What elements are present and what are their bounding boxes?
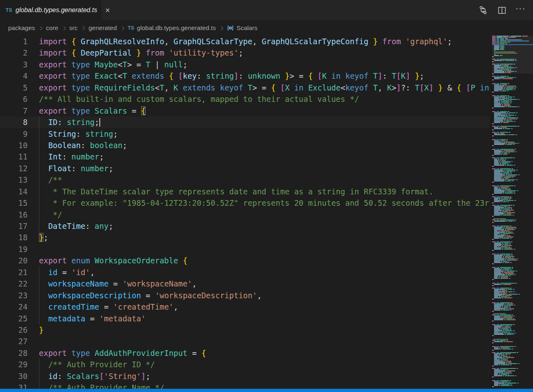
breadcrumb-item-generated[interactable]: generated — [88, 24, 117, 32]
code-line[interactable]: 23 workspaceDescription = 'workspaceDesc… — [0, 290, 489, 301]
code-text: ID: string; — [39, 116, 100, 128]
line-number[interactable]: 24 — [0, 301, 28, 312]
code-line[interactable]: 7export type Scalars = { — [0, 105, 489, 116]
line-number[interactable]: 16 — [0, 209, 28, 220]
line-number[interactable]: 22 — [0, 278, 28, 289]
code-token: createdTime — [48, 302, 99, 311]
code-editor[interactable]: 1import { GraphQLResolveInfo, GraphQLSca… — [0, 36, 489, 389]
line-number[interactable]: 21 — [0, 267, 28, 278]
line-number[interactable]: 27 — [0, 336, 28, 347]
code-line[interactable]: 21 id = 'id', — [0, 267, 489, 278]
code-line[interactable]: 1import { GraphQLResolveInfo, GraphQLSca… — [0, 36, 489, 47]
tab-title: global.db.types.generated.ts — [15, 6, 97, 14]
code-token: & — [443, 83, 457, 92]
code-line[interactable]: 25 metadata = 'metadata' — [0, 313, 489, 324]
code-line[interactable]: 22 workspaceName = 'workspaceName', — [0, 278, 489, 289]
split-editor-icon[interactable] — [496, 4, 508, 16]
code-token: : — [239, 71, 248, 80]
compare-changes-icon[interactable] — [477, 4, 489, 16]
tab-global-db-types[interactable]: TS global.db.types.generated.ts × — [0, 0, 101, 20]
code-token: GraphQLResolveInfo — [81, 37, 164, 46]
code-line[interactable]: 28export type AddAuthProviderInput = { — [0, 347, 489, 359]
code-line[interactable]: 6/** All built-in and custom scalars, ma… — [0, 93, 489, 105]
line-number[interactable]: 1 — [0, 36, 28, 47]
line-number[interactable]: 30 — [0, 370, 28, 382]
code-line[interactable]: 13 /** — [0, 174, 489, 185]
line-number[interactable]: 13 — [0, 174, 28, 185]
line-number[interactable]: 9 — [0, 128, 28, 140]
code-line[interactable]: 24 createdTime = 'createdTime', — [0, 301, 489, 312]
breadcrumb-item-core[interactable]: core — [46, 24, 58, 32]
line-number[interactable]: 20 — [0, 255, 28, 266]
code-token: metadata — [48, 314, 86, 323]
code-line[interactable]: 18}; — [0, 232, 489, 243]
line-number[interactable]: 15 — [0, 197, 28, 209]
breadcrumb-item-file[interactable]: TSglobal.db.types.generated.ts — [128, 24, 216, 32]
code-token: boolean — [90, 141, 123, 150]
code-token: , — [378, 83, 387, 92]
line-number[interactable]: 14 — [0, 186, 28, 197]
line-number[interactable]: 12 — [0, 163, 28, 174]
code-line[interactable]: 17 DateTime: any; — [0, 220, 489, 232]
line-number[interactable]: 17 — [0, 220, 28, 232]
code-line[interactable]: 3export type Maybe<T> = T | null; — [0, 59, 489, 70]
code-line[interactable]: 12 Float: number; — [0, 163, 489, 174]
code-line[interactable]: 2import { DeepPartial } from 'utility-ty… — [0, 47, 489, 58]
line-number[interactable]: 2 — [0, 47, 28, 58]
code-token: = — [58, 268, 71, 277]
line-number[interactable]: 5 — [0, 82, 28, 93]
code-line[interactable]: 9 String: string; — [0, 128, 489, 140]
code-token: < — [118, 60, 122, 69]
line-number[interactable]: 4 — [0, 70, 28, 82]
line-number[interactable]: 31 — [0, 382, 28, 389]
line-number[interactable]: 3 — [0, 59, 28, 70]
more-actions-icon[interactable]: ··· — [514, 4, 527, 16]
line-number[interactable]: 26 — [0, 324, 28, 336]
code-line[interactable]: 10 Boolean: boolean; — [0, 140, 489, 151]
code-line[interactable]: 27 — [0, 336, 489, 347]
line-number[interactable]: 6 — [0, 93, 28, 105]
code-text: * For example: "1985-04-12T23:20:50.52Z"… — [39, 197, 489, 209]
code-token: : — [62, 152, 71, 161]
line-number[interactable]: 25 — [0, 313, 28, 324]
line-number[interactable]: 23 — [0, 290, 28, 301]
code-token: T — [415, 83, 419, 92]
code-token: type — [71, 60, 95, 69]
line-number[interactable]: 18 — [0, 232, 28, 243]
code-token: T — [123, 71, 127, 80]
code-line[interactable]: 11 Int: number; — [0, 151, 489, 162]
code-line[interactable]: 30 id: Scalars['String']; — [0, 370, 489, 382]
code-token: : — [71, 164, 81, 173]
line-number[interactable]: 7 — [0, 105, 28, 116]
code-token: = — [127, 106, 141, 115]
code-line[interactable]: 16 */ — [0, 209, 489, 220]
line-number[interactable]: 10 — [0, 140, 28, 151]
code-line[interactable]: 5export type RequireFields<T, K extends … — [0, 82, 489, 93]
code-line[interactable]: 4export type Exact<T extends { [key: str… — [0, 70, 489, 82]
code-line[interactable]: 29 /** Auth Provider ID */ — [0, 359, 489, 370]
code-line[interactable]: 19 — [0, 243, 489, 255]
line-number[interactable]: 8 — [0, 116, 28, 128]
code-text: metadata = 'metadata' — [39, 313, 146, 324]
chevron-right-icon — [219, 26, 224, 30]
code-text: /** — [39, 174, 62, 185]
code-line[interactable]: 20export enum WorkspaceOrderable { — [0, 255, 489, 266]
line-number[interactable]: 28 — [0, 347, 28, 359]
code-line[interactable]: 26} — [0, 324, 489, 336]
code-line[interactable]: 8 ID: string; — [0, 116, 489, 128]
code-token: T — [392, 71, 396, 80]
line-number[interactable]: 11 — [0, 151, 28, 162]
indent-guide — [39, 197, 39, 209]
line-number[interactable]: 19 — [0, 243, 28, 255]
close-icon[interactable]: × — [103, 5, 112, 15]
code-token: = — [141, 291, 155, 300]
breadcrumb-item-symbol[interactable]: Scalars — [227, 24, 258, 32]
code-line[interactable]: 31 /** Auth Provider Name */ — [0, 382, 489, 389]
breadcrumb-item-packages[interactable]: packages — [8, 24, 35, 32]
line-number[interactable]: 29 — [0, 359, 28, 370]
breadcrumb-item-src[interactable]: src — [69, 24, 78, 32]
code-line[interactable]: 15 * For example: "1985-04-12T23:20:50.5… — [0, 197, 489, 209]
code-token: keyof — [345, 71, 373, 80]
minimap[interactable] — [492, 36, 533, 389]
code-line[interactable]: 14 * The DateTime scalar type represents… — [0, 186, 489, 197]
